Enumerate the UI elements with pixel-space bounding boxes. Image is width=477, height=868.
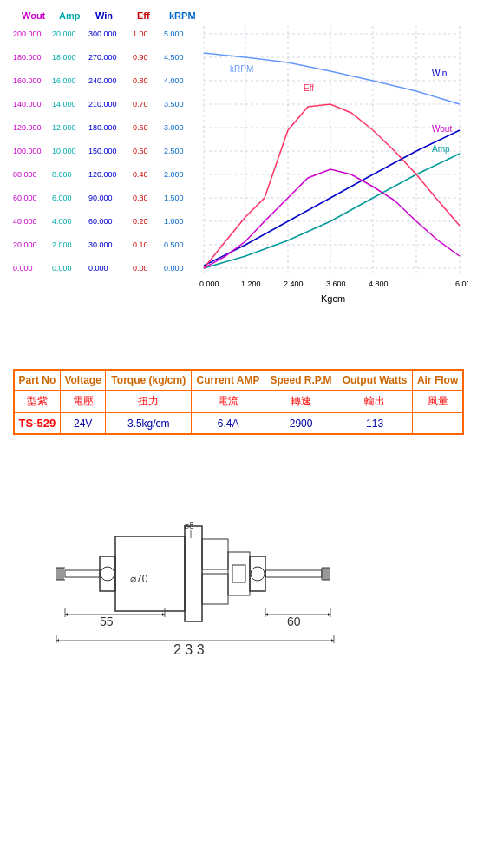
dim-70-label: ⌀70: [130, 573, 148, 585]
center-block: [185, 526, 202, 621]
win-axis-label: Win: [95, 10, 113, 21]
cell-output: 113: [337, 413, 413, 435]
dim233-arrow-left: [56, 639, 59, 642]
svg-text:180.000: 180.000: [13, 53, 42, 62]
svg-text:18.000: 18.000: [52, 53, 76, 62]
table-row: TS-529 24V 3.5kg/cm 6.4A 2900 113: [14, 413, 463, 435]
svg-text:0.70: 0.70: [133, 100, 148, 108]
amp-label: Amp: [432, 144, 450, 154]
winding-inner: [232, 565, 245, 582]
col-speed-subheader: 轉速: [265, 391, 337, 413]
amp-curve: [204, 154, 460, 268]
svg-text:0.000: 0.000: [199, 279, 219, 288]
cell-partno: TS-529: [14, 413, 60, 435]
dim60-arrow-left: [265, 613, 268, 616]
dim60-arrow-right: [328, 613, 330, 616]
col-speed-header: Speed R.P.M: [265, 370, 337, 391]
col-partno-subheader: 型紫: [14, 391, 60, 413]
svg-text:0.80: 0.80: [133, 76, 148, 85]
svg-text:0.20: 0.20: [133, 217, 148, 226]
win-label: Win: [432, 69, 447, 78]
svg-text:150.000: 150.000: [88, 147, 117, 155]
svg-text:6.000: 6.000: [52, 194, 72, 202]
svg-text:210.000: 210.000: [88, 100, 117, 108]
diagram-section: ⌀70 ⌀8: [0, 461, 477, 687]
svg-text:90.000: 90.000: [88, 194, 113, 202]
svg-text:30.000: 30.000: [88, 240, 113, 249]
svg-text:120.000: 120.000: [88, 170, 117, 179]
cell-voltage: 24V: [60, 413, 106, 435]
svg-text:10.000: 10.000: [52, 147, 76, 155]
main-body-left: [115, 536, 185, 611]
x-axis-label: Kgcm: [321, 293, 345, 304]
svg-text:2.000: 2.000: [52, 240, 72, 249]
col-voltage-subheader: 電壓: [60, 391, 106, 413]
table-section: Part No Voltage Torque (kg/cm) Current A…: [0, 360, 477, 444]
svg-text:4.000: 4.000: [52, 217, 72, 226]
chart-section: Wout Amp Win Eff kRPM 200.000 180.000 16…: [0, 0, 477, 343]
svg-text:3.000: 3.000: [164, 123, 184, 132]
grid-lines: [204, 26, 460, 273]
svg-text:80.000: 80.000: [13, 170, 37, 179]
right-stator-bottom: [202, 574, 228, 604]
dim-60-text: 60: [287, 615, 301, 628]
svg-text:0.000: 0.000: [13, 264, 33, 273]
svg-text:0.40: 0.40: [133, 170, 148, 179]
col-output-subheader: 輸出: [337, 391, 413, 413]
svg-text:4.500: 4.500: [164, 53, 184, 62]
col-airflow-subheader: 風量: [413, 391, 463, 413]
dim-8-label: ⌀8: [184, 521, 194, 530]
svg-text:6.000: 6.000: [455, 279, 468, 288]
wout-label: Wout: [432, 124, 452, 134]
svg-text:240.000: 240.000: [88, 76, 117, 85]
col-voltage-header: Voltage: [60, 370, 106, 391]
mechanical-diagram: ⌀70 ⌀8: [17, 474, 460, 674]
svg-text:20.000: 20.000: [52, 30, 76, 38]
svg-text:0.60: 0.60: [133, 123, 148, 132]
svg-text:8.000: 8.000: [52, 170, 72, 179]
right-bearing: [251, 567, 265, 581]
svg-text:0.500: 0.500: [164, 240, 184, 249]
svg-text:200.000: 200.000: [13, 30, 42, 38]
svg-text:40.000: 40.000: [13, 217, 37, 226]
svg-text:3.500: 3.500: [164, 100, 184, 108]
svg-text:120.000: 120.000: [13, 123, 42, 132]
svg-text:1.00: 1.00: [133, 30, 148, 38]
amp-axis-label: Amp: [59, 10, 81, 21]
svg-text:140.000: 140.000: [13, 100, 42, 108]
left-flange: [100, 556, 115, 591]
svg-text:3.600: 3.600: [326, 279, 346, 288]
svg-text:0.000: 0.000: [164, 264, 184, 273]
col-current-subheader: 電流: [192, 391, 265, 413]
svg-text:20.000: 20.000: [13, 240, 37, 249]
eff-label: Eff: [304, 83, 314, 93]
svg-text:1.500: 1.500: [164, 194, 184, 202]
svg-text:180.000: 180.000: [88, 123, 117, 132]
svg-text:160.000: 160.000: [13, 76, 42, 85]
right-stator-top: [202, 539, 228, 569]
svg-text:4.800: 4.800: [369, 279, 389, 288]
left-bearing: [101, 567, 114, 581]
wout-axis-label: Wout: [22, 10, 46, 21]
svg-text:2.500: 2.500: [164, 147, 184, 155]
krpm-label: kRPM: [230, 64, 253, 74]
svg-text:0.90: 0.90: [133, 53, 148, 62]
specs-table: Part No Voltage Torque (kg/cm) Current A…: [13, 369, 464, 435]
svg-text:4.000: 4.000: [164, 76, 184, 85]
svg-text:1.000: 1.000: [164, 217, 184, 226]
cell-airflow: [413, 413, 463, 435]
left-shaft: [65, 570, 100, 577]
col-torque-header: Torque (kg/cm): [106, 370, 192, 391]
col-current-header: Current AMP: [192, 370, 265, 391]
svg-text:100.000: 100.000: [13, 147, 42, 155]
svg-text:0.000: 0.000: [52, 264, 72, 273]
svg-text:14.000: 14.000: [52, 100, 76, 108]
krpm-axis-label: kRPM: [169, 10, 196, 21]
cell-torque: 3.5kg/cm: [106, 413, 192, 435]
svg-text:60.000: 60.000: [13, 194, 37, 202]
svg-text:0.000: 0.000: [88, 264, 108, 273]
cell-current: 6.4A: [192, 413, 265, 435]
performance-chart: Wout Amp Win Eff kRPM 200.000 180.000 16…: [9, 9, 468, 339]
wout-curve: [204, 169, 460, 268]
dim55-arrow-left: [65, 613, 68, 616]
